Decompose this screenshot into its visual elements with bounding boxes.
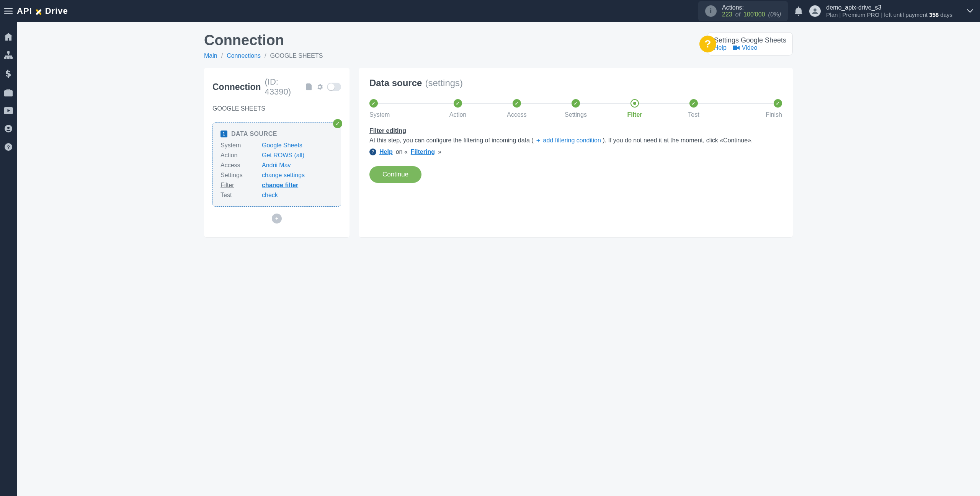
help-card-title: Settings Google Sheets [714,36,786,44]
svg-rect-7 [10,57,13,59]
row-test-key: Test [220,192,257,199]
add-step-button[interactable]: + [272,214,282,224]
row-settings-key: Settings [220,172,257,179]
sidebar-billing[interactable] [6,70,11,78]
actions-used: 223 [722,11,732,18]
row-access-key: Access [220,162,257,169]
row-system-key: System [220,142,257,149]
step-filter[interactable]: Filter [605,99,664,118]
avatar-icon [809,5,821,17]
svg-rect-5 [4,57,7,59]
hamburger-icon [4,8,13,14]
user-circle-icon [5,125,12,132]
sitemap-icon [4,51,13,59]
progress-steps: ✓ System ✓ Action ✓ Access [369,99,782,118]
sidebar-briefcase[interactable] [4,89,13,96]
step-action[interactable]: ✓ Action [428,99,487,118]
actions-pct: (0%) [768,11,781,18]
add-filter-link[interactable]: ＋ add filtering condition [535,137,603,144]
help-topic-link[interactable]: Filtering [411,148,435,155]
row-action-value[interactable]: Get ROWS (all) [262,152,304,158]
section-description: At this step, you can configure the filt… [369,137,782,145]
info-icon: i [705,5,717,17]
page-title: Connection [204,32,323,49]
help-row: ? Help on « Filtering » [369,148,782,155]
brand-logo[interactable]: API Drive [17,6,68,16]
main-content: Connection Main / Connections / GOOGLE S… [17,22,980,496]
actions-limit: 100'000 [743,11,765,18]
row-filter-key: Filter [220,182,257,189]
connection-card: Connection (ID: 43390) GOOGLE SHEETS [204,68,350,237]
account-menu[interactable]: demo_apix-drive_s3 Plan | Premium PRO | … [809,4,952,19]
user-icon [812,8,818,15]
sidebar-integrations[interactable] [4,51,13,59]
bell-icon [795,7,802,16]
svg-point-10 [7,127,10,129]
sidebar-profile[interactable] [5,125,12,132]
continue-button[interactable]: Continue [369,166,421,183]
help-link-inline[interactable]: Help [379,148,393,155]
brand-api: API [17,6,32,16]
breadcrumb: Main / Connections / GOOGLE SHEETS [204,52,323,59]
row-filter-value[interactable]: change filter [262,182,298,188]
left-sidebar: ? [0,22,17,496]
row-system-value[interactable]: Google Sheets [262,142,302,148]
row-access-value[interactable]: Andrii Mav [262,162,291,168]
step-settings[interactable]: ✓ Settings [546,99,605,118]
actions-of: of [735,11,740,18]
step-system[interactable]: ✓ System [369,99,428,118]
svg-rect-13 [733,46,737,50]
crumb-current: GOOGLE SHEETS [270,52,323,59]
data-source-box[interactable]: ✓ 1 DATA SOURCE System Google Sheets Act… [212,122,341,207]
crumb-connections[interactable]: Connections [227,52,261,59]
youtube-icon [4,107,13,114]
row-action-key: Action [220,152,257,159]
topbar: API Drive i Actions: 223 of 100'000 (0%) [0,0,980,22]
actions-label: Actions: [722,4,781,11]
account-chevron-button[interactable] [967,9,973,13]
panel-subtitle: (settings) [425,78,463,88]
notifications-button[interactable] [795,7,802,16]
svg-rect-1 [4,11,13,11]
svg-point-3 [814,8,817,11]
help-card: ? Settings Google Sheets Help Video [707,32,793,55]
step-access[interactable]: ✓ Access [487,99,546,118]
menu-toggle[interactable] [0,8,17,14]
step-finish[interactable]: ✓ Finish [723,99,782,118]
panel-title: Data source [369,78,422,88]
svg-text:?: ? [7,144,10,150]
gear-icon [316,83,323,90]
copy-icon[interactable] [306,83,312,90]
card-title: Connection [212,82,261,92]
status-ok-icon: ✓ [333,119,342,128]
dollar-icon [6,70,11,78]
connection-subname: GOOGLE SHEETS [212,105,341,117]
svg-rect-6 [7,57,10,59]
chevron-down-icon [967,9,973,13]
brand-drive: Drive [45,6,68,16]
video-link[interactable]: Video [733,44,758,51]
svg-rect-0 [4,8,13,9]
enable-toggle[interactable] [327,83,341,91]
video-icon [733,46,740,50]
sidebar-home[interactable] [4,33,13,41]
briefcase-icon [4,89,13,96]
row-test-value[interactable]: check [262,192,278,198]
sidebar-help[interactable]: ? [5,143,12,151]
data-source-card: Data source (settings) ✓ System ✓ [359,68,793,237]
svg-rect-4 [7,51,10,54]
svg-rect-2 [4,13,13,14]
step-test[interactable]: ✓ Test [664,99,723,118]
section-title: Filter editing [369,127,782,134]
data-source-title: DATA SOURCE [231,131,277,137]
account-name: demo_apix-drive_s3 [826,4,952,11]
sidebar-video[interactable] [4,107,13,114]
row-settings-value[interactable]: change settings [262,172,305,178]
question-mark-icon: ? [369,148,376,155]
crumb-main[interactable]: Main [204,52,217,59]
brand-x-icon [34,7,43,15]
actions-badge[interactable]: i Actions: 223 of 100'000 (0%) [698,1,788,21]
settings-icon-button[interactable] [316,83,323,90]
help-badge-icon: ? [699,36,716,52]
account-plan: Plan | Premium PRO | left until payment … [826,11,952,19]
